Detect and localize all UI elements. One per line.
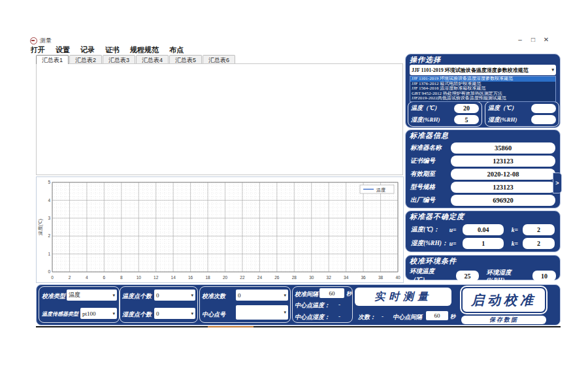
menu-regulations[interactable]: 规程规范: [130, 45, 159, 55]
minimize-button[interactable]: –: [514, 35, 527, 44]
tab-summary-6[interactable]: 汇总表6: [203, 55, 235, 64]
interval-input[interactable]: 60: [319, 288, 344, 298]
temp-points-value: 0: [156, 292, 159, 299]
expand-arrow-button[interactable]: >: [553, 173, 562, 193]
sensor-type-value: pt100: [82, 310, 96, 317]
center-temp-label: 中心点温度：: [295, 301, 330, 310]
temp-label: 温度（℃）: [488, 104, 517, 112]
menu-bar: 打开 设置 记录 证书 规程规范 布点: [31, 45, 184, 55]
menu-settings[interactable]: 设置: [56, 45, 70, 55]
dropdown-option[interactable]: GBT 9452-2012 热处理炉有效加热区测定方法: [410, 92, 555, 97]
serial-no-input[interactable]: 696920: [451, 195, 555, 206]
cal-type-select[interactable]: 温度: [67, 290, 117, 301]
setpoint-box-left: 温度（℃） 20 湿度(%RH) 5: [408, 101, 482, 127]
svg-text:2: 2: [48, 233, 50, 238]
svg-text:2: 2: [69, 275, 71, 280]
model-spec-input[interactable]: 123123: [451, 182, 555, 193]
maximize-button[interactable]: □: [527, 35, 540, 44]
dropdown-option[interactable]: JJF2019-2022高低温试验设备温度性能测试规范: [410, 96, 555, 101]
svg-text:32: 32: [327, 275, 332, 280]
svg-text:3: 3: [48, 216, 50, 220]
svg-text:1: 1: [48, 252, 50, 256]
svg-text:4: 4: [48, 198, 50, 203]
menu-certificate[interactable]: 证书: [105, 45, 120, 55]
center-interval-input[interactable]: 60: [426, 311, 448, 320]
setpoint-box-right: 温度（℃） 湿度(%RH): [485, 101, 559, 127]
svg-text:40: 40: [395, 275, 400, 280]
u-label: u=: [449, 241, 463, 247]
valid-until-input[interactable]: 2020-12-08: [451, 169, 555, 180]
app-icon: [30, 37, 37, 44]
certificate-no-label: 证书编号: [410, 157, 451, 165]
cal-type-value: 温度: [69, 291, 80, 299]
dropdown-option[interactable]: JJF 1376-2012 箱式电阻炉校准规范: [410, 82, 555, 87]
menu-records[interactable]: 记录: [80, 45, 95, 55]
window-title: 测量: [40, 37, 52, 45]
realtime-measure-button[interactable]: 实时测量: [355, 288, 451, 306]
window-bottom-edge: [36, 326, 561, 327]
svg-text:30: 30: [309, 275, 314, 280]
temp-u-input[interactable]: 0.04: [463, 224, 503, 235]
k-label: k=: [512, 241, 523, 247]
temp-points-select[interactable]: 0: [154, 290, 195, 301]
svg-text:5: 5: [48, 180, 50, 184]
temp-points-label: 温度点个数: [122, 292, 152, 301]
window-controls: – □ ✕: [514, 35, 553, 44]
interval-label: 校准间隔: [295, 290, 318, 299]
temp-label: 温度（℃）: [411, 104, 440, 112]
humidity-input[interactable]: 5: [454, 115, 479, 124]
close-button[interactable]: ✕: [540, 35, 553, 44]
sensor-type-select[interactable]: pt100: [80, 308, 117, 319]
trend-chart: 0246810121416182022242628303234363840012…: [36, 176, 404, 283]
menu-open[interactable]: 打开: [31, 45, 45, 55]
humidity-input[interactable]: [531, 115, 556, 124]
env-hum-label: 环境湿度(%RH): [486, 269, 529, 284]
temp-k-input[interactable]: 2: [523, 224, 555, 235]
svg-text:温度(℃): 温度(℃): [38, 219, 43, 235]
tab-summary-1[interactable]: 汇总表1: [36, 55, 69, 64]
hum-points-value: 0: [156, 310, 159, 317]
standard-name-input[interactable]: 35860: [451, 142, 555, 154]
uncertainty-title: 标准器不确定度: [406, 211, 560, 222]
svg-text:34: 34: [344, 275, 349, 280]
temp-input[interactable]: [531, 104, 556, 113]
titlebar: 测量: [30, 37, 52, 45]
center-interval-label: 中心点间隔: [393, 313, 422, 322]
center-temp-value: -: [338, 301, 340, 308]
svg-text:4: 4: [86, 275, 88, 280]
tab-summary-4[interactable]: 汇总表4: [136, 55, 169, 64]
save-data-button[interactable]: 保存数据: [461, 316, 546, 324]
trend-chart-svg: 0246810121416182022242628303234363840012…: [37, 177, 403, 282]
dropdown-option[interactable]: JJF 1101-2019 环境试验设备温度湿度参数校准规范: [410, 76, 555, 82]
operation-title: 操作选择: [406, 54, 560, 65]
hum-k-input[interactable]: 2: [523, 238, 555, 249]
uncertainty-section: 标准器不确定度 温度(℃)： u= 0.04 k= 2 湿度(%RH)： u= …: [405, 210, 561, 252]
uncertainty-temp-label: 温度(℃)：: [411, 225, 449, 234]
env-hum-input[interactable]: 10: [532, 271, 556, 281]
svg-text:6: 6: [103, 275, 106, 280]
center-point-no-select[interactable]: [236, 305, 288, 320]
environment-title: 校准环境条件: [406, 256, 560, 266]
svg-text:温度: 温度: [376, 188, 385, 193]
menu-layout-points[interactable]: 布点: [169, 45, 184, 55]
summary-table-area: [36, 63, 403, 175]
hum-points-select[interactable]: 0: [154, 308, 195, 319]
tab-summary-2[interactable]: 汇总表2: [69, 55, 102, 64]
standard-select-value: JJF 1101-2019 环境试验设备温度湿度参数校准规范: [412, 67, 529, 74]
svg-text:38: 38: [378, 275, 384, 280]
center-interval-unit: 秒: [450, 313, 455, 320]
cal-times-select[interactable]: 0: [236, 290, 288, 301]
standard-select[interactable]: JJF 1101-2019 环境试验设备温度湿度参数校准规范: [410, 65, 556, 75]
hum-u-input[interactable]: 1: [463, 238, 503, 249]
svg-text:12: 12: [154, 275, 159, 280]
hum-points-label: 湿度点个数: [122, 310, 152, 319]
start-calibration-button[interactable]: 启动校准: [461, 287, 546, 313]
certificate-no-input[interactable]: 123123: [451, 156, 555, 167]
tab-summary-3[interactable]: 汇总表3: [103, 55, 135, 64]
env-temp-input[interactable]: 25: [456, 271, 480, 281]
temp-input[interactable]: 20: [454, 104, 479, 113]
operation-section: 操作选择 JJF 1101-2019 环境试验设备温度湿度参数校准规范 JJF …: [405, 54, 561, 128]
tab-summary-5[interactable]: 汇总表5: [169, 55, 202, 64]
dropdown-option[interactable]: JJF 1564-2016 温湿度标准箱校准规范: [410, 86, 555, 92]
bottom-edge-orange-segment: [208, 326, 253, 327]
